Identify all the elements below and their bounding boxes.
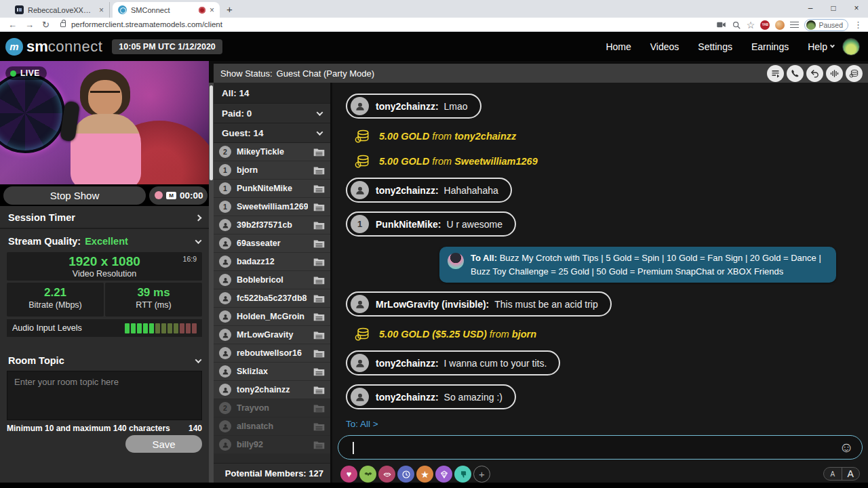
list-item[interactable]: 1PunkNiteMike [214,180,330,198]
gold-amount: 5.00 GOLD [379,156,429,167]
folder-icon[interactable] [313,422,325,431]
folder-icon[interactable] [313,166,325,175]
bookmark-star-icon[interactable]: ☆ [747,20,755,30]
folder-icon[interactable] [313,386,325,394]
chat-username[interactable]: tony2chainzz: [376,392,439,403]
profile-paused-badge[interactable]: Paused [804,19,848,31]
font-size-small-button[interactable]: A [824,468,842,480]
clock-emoji-button[interactable] [397,466,414,483]
window-close-button[interactable]: × [845,0,868,16]
list-item[interactable]: 1bjorn [214,161,330,180]
browser-tab-performer-dashboard[interactable]: RebeccaLoveXXX | Performer Da × [9,2,110,18]
gold-coins-icon[interactable] [846,65,863,82]
extension-icon[interactable]: YAB [760,20,770,30]
list-item-offline[interactable]: 2Trayvon [214,399,330,418]
gem-emoji-button[interactable] [435,466,452,483]
folder-icon[interactable] [313,184,325,193]
url-text[interactable]: performerclient.streamatemodels.com/clie… [71,20,222,28]
list-item-offline[interactable]: billy92 [214,436,330,454]
font-size-large-button[interactable]: A [842,468,860,480]
chat-username[interactable]: tony2chainzz: [376,185,439,196]
list-item[interactable]: Boblebricol [214,271,330,289]
member-group-all[interactable]: All: 14 [214,83,330,104]
folder-icon[interactable] [313,404,325,413]
folder-icon[interactable] [313,276,325,285]
gold-username[interactable]: tony2chainzz [454,131,516,142]
member-list-scrollbar[interactable] [209,83,214,483]
nav-settings[interactable]: Settings [698,41,732,52]
folder-icon[interactable] [313,258,325,266]
add-emoji-button[interactable]: + [473,466,490,483]
nav-videos[interactable]: Videos [650,41,679,52]
heart-emoji-button[interactable]: ♥ [340,466,357,483]
window-maximize-button[interactable]: □ [822,0,845,16]
gold-username[interactable]: Sweetwilliam1269 [454,156,538,167]
folder-icon[interactable] [313,203,325,211]
list-item[interactable]: MrLowGravity [214,326,330,344]
gold-username[interactable]: bjorn [512,329,536,340]
list-item[interactable]: badazz12 [214,253,330,271]
room-topic-section[interactable]: Room Topic [0,350,209,371]
folder-icon[interactable] [313,148,325,157]
browser-menu-icon[interactable]: ⋮ [854,20,863,30]
list-item[interactable]: 39b2f37571cb [214,216,330,235]
folder-icon[interactable] [313,441,325,449]
user-avatar[interactable] [842,38,860,56]
smconnect-logo[interactable]: m sm connect [5,38,102,56]
recipient-selector[interactable]: To: All > [346,419,378,429]
bat-emoji-button[interactable] [359,466,376,483]
list-item[interactable]: tony2chainzz [214,381,330,399]
reading-list-icon[interactable] [790,22,799,28]
folder-icon[interactable] [313,239,325,248]
member-group-paid[interactable]: Paid: 0 [214,104,330,123]
audio-equalizer-icon[interactable] [826,65,843,82]
nav-home[interactable]: Home [606,41,631,52]
queue-list-icon[interactable] [767,65,784,82]
lips-emoji-button[interactable] [378,466,395,483]
nav-help[interactable]: Help [808,41,834,52]
thumbs-down-emoji-button[interactable] [454,466,471,483]
list-item[interactable]: 1Sweetwilliam1269 [214,198,330,216]
room-topic-input[interactable] [7,371,202,420]
extension-icon[interactable] [775,20,785,30]
folder-icon[interactable] [313,349,325,358]
folder-icon[interactable] [313,331,325,340]
folder-icon[interactable] [313,367,325,376]
list-item[interactable]: 69asseater [214,235,330,253]
chat-username[interactable]: tony2chainzz: [376,358,439,369]
list-item-offline[interactable]: allsnatch [214,418,330,436]
star-emoji-button[interactable]: ★ [416,466,433,483]
folder-icon[interactable] [313,294,325,303]
list-item[interactable]: reboutwellsor16 [214,344,330,363]
undo-arrow-icon[interactable] [806,65,823,82]
zoom-icon[interactable] [732,20,741,30]
back-icon[interactable]: ← [8,20,17,30]
nav-earnings[interactable]: Earnings [751,41,789,52]
stream-quality-section[interactable]: Stream Quality: Excellent [0,230,209,252]
folder-icon[interactable] [313,221,325,230]
chat-username[interactable]: PunkNiteMike: [376,219,441,230]
reload-icon[interactable]: ↻ [42,20,50,30]
new-tab-button[interactable]: + [226,3,233,15]
scrollbar-thumb[interactable] [210,85,213,180]
list-item[interactable]: 2MikeyTickle [214,143,330,161]
tab-close-icon[interactable]: × [210,5,214,15]
save-button[interactable]: Save [125,435,202,453]
chat-username[interactable]: MrLowGravity (invisible): [376,299,489,310]
chat-message-input[interactable] [338,442,840,453]
browser-tab-smconnect[interactable]: SMConnect × [113,2,220,18]
forward-icon[interactable]: → [25,20,34,30]
member-group-guest[interactable]: Guest: 14 [214,123,330,143]
list-item[interactable]: Holden_McGroin [214,308,330,326]
list-item[interactable]: Sklizlax [214,363,330,381]
chat-username[interactable]: tony2chainzz: [376,101,439,112]
emoji-picker-icon[interactable]: ☺ [840,439,854,455]
camera-icon[interactable] [716,20,726,30]
stop-show-button[interactable]: Stop Show [3,186,146,205]
folder-icon[interactable] [313,312,325,321]
tab-close-icon[interactable]: × [99,5,104,15]
phone-icon[interactable] [787,65,804,82]
list-item[interactable]: fc522ba5c237db8 [214,289,330,308]
window-minimize-button[interactable]: – [799,0,822,16]
session-timer-section[interactable]: Session Timer [0,207,209,229]
